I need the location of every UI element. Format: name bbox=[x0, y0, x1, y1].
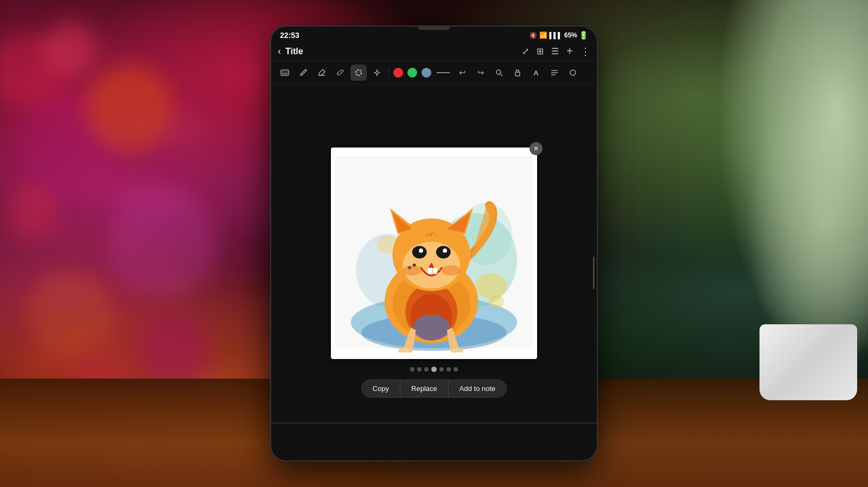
dot-4-active[interactable] bbox=[431, 367, 437, 372]
svg-rect-0 bbox=[281, 70, 289, 75]
svg-point-6 bbox=[356, 70, 361, 75]
redo-button[interactable]: ↪ bbox=[473, 65, 489, 81]
highlighter-tool[interactable] bbox=[314, 65, 330, 81]
app-header: ‹ Title ⤢ ⊞ ☰ + ⋮ bbox=[271, 42, 597, 61]
svg-rect-38 bbox=[433, 268, 437, 274]
dot-6[interactable] bbox=[446, 367, 451, 371]
close-icon: ✕ bbox=[533, 145, 539, 152]
svg-point-42 bbox=[441, 265, 459, 275]
lasso-tool[interactable] bbox=[350, 65, 367, 81]
header-left: ‹ Title bbox=[278, 46, 303, 57]
device-screen: 22:53 🔇 📶 ▌▌▌ 65% 🔋 ‹ Title ⤢ ⊞ ☰ + bbox=[271, 27, 597, 460]
dot-3[interactable] bbox=[424, 367, 429, 371]
list-icon[interactable]: ☰ bbox=[551, 46, 559, 56]
dot-2[interactable] bbox=[417, 367, 422, 371]
keyboard-tool[interactable] bbox=[277, 65, 293, 81]
status-icons: 🔇 📶 ▌▌▌ 65% 🔋 bbox=[529, 31, 588, 40]
plant-pot bbox=[760, 324, 857, 400]
svg-point-13 bbox=[570, 70, 576, 75]
eraser-tool[interactable] bbox=[332, 65, 348, 81]
add-to-note-button[interactable]: Add to note bbox=[449, 380, 507, 397]
tablet-device: 22:53 🔇 📶 ▌▌▌ 65% 🔋 ‹ Title ⤢ ⊞ ☰ + bbox=[271, 27, 597, 460]
shape-tool[interactable] bbox=[565, 65, 581, 81]
close-image-button[interactable]: ✕ bbox=[529, 142, 542, 155]
bokeh-6 bbox=[27, 271, 114, 358]
content-area: ✕ bbox=[271, 85, 597, 460]
svg-point-20 bbox=[476, 273, 507, 299]
battery-indicator: 65% 🔋 bbox=[564, 31, 588, 40]
svg-rect-37 bbox=[428, 268, 432, 274]
svg-point-35 bbox=[443, 248, 447, 253]
wifi-icon: 📶 bbox=[539, 31, 547, 39]
bokeh-9 bbox=[5, 184, 60, 239]
svg-rect-2 bbox=[284, 72, 285, 73]
color-red[interactable] bbox=[393, 68, 403, 78]
text-tool[interactable]: A bbox=[528, 65, 544, 81]
svg-line-8 bbox=[500, 74, 502, 76]
device-hinge bbox=[418, 27, 450, 30]
expand-icon[interactable]: ⤢ bbox=[522, 46, 529, 56]
cat-illustration bbox=[335, 152, 533, 353]
svg-point-34 bbox=[419, 248, 423, 253]
color-green[interactable] bbox=[407, 68, 417, 78]
svg-rect-1 bbox=[282, 72, 283, 73]
magic-tool[interactable] bbox=[369, 65, 385, 81]
scrollbar[interactable] bbox=[593, 257, 595, 289]
dot-1[interactable] bbox=[410, 367, 414, 371]
copy-button[interactable]: Copy bbox=[362, 380, 400, 397]
svg-point-21 bbox=[489, 296, 505, 308]
toolbar-separator-1 bbox=[388, 67, 389, 78]
dash-line[interactable] bbox=[437, 72, 450, 73]
svg-rect-9 bbox=[515, 72, 520, 76]
layout-icon[interactable]: ⊞ bbox=[537, 46, 544, 56]
color-blue[interactable] bbox=[422, 68, 431, 78]
bokeh-5 bbox=[108, 190, 217, 298]
svg-point-41 bbox=[403, 265, 422, 275]
back-button[interactable]: ‹ bbox=[278, 46, 281, 57]
pagination-dots bbox=[410, 367, 458, 372]
toolbar: ↩ ↪ A bbox=[271, 61, 597, 85]
svg-point-27 bbox=[413, 315, 450, 341]
bokeh-10 bbox=[163, 108, 206, 152]
format-tool[interactable] bbox=[546, 65, 563, 81]
replace-button[interactable]: Replace bbox=[400, 380, 449, 397]
pen-tool[interactable] bbox=[295, 65, 311, 81]
bokeh-4 bbox=[87, 65, 174, 152]
battery-percentage: 65% bbox=[564, 31, 577, 39]
search-tool[interactable] bbox=[491, 65, 507, 81]
svg-rect-3 bbox=[286, 72, 288, 73]
plant-decoration bbox=[716, 0, 868, 369]
dot-5[interactable] bbox=[439, 367, 444, 371]
svg-point-32 bbox=[412, 246, 427, 259]
header-right: ⤢ ⊞ ☰ + ⋮ bbox=[522, 45, 590, 57]
svg-rect-4 bbox=[282, 73, 288, 74]
image-card: ✕ bbox=[331, 148, 537, 359]
app-title: Title bbox=[285, 47, 303, 56]
add-icon[interactable]: + bbox=[566, 45, 573, 57]
battery-icon: 🔋 bbox=[579, 31, 588, 40]
svg-point-33 bbox=[436, 246, 451, 259]
volume-icon: 🔇 bbox=[529, 32, 537, 39]
fold-line bbox=[271, 422, 597, 424]
signal-icon: ▌▌▌ bbox=[550, 32, 562, 39]
dot-7[interactable] bbox=[454, 367, 458, 371]
more-icon[interactable]: ⋮ bbox=[580, 46, 590, 57]
action-buttons: Copy Replace Add to note bbox=[361, 380, 507, 398]
bokeh-3 bbox=[43, 22, 98, 76]
undo-button[interactable]: ↩ bbox=[454, 65, 470, 81]
status-time: 22:53 bbox=[280, 31, 299, 40]
lock-tool[interactable] bbox=[509, 65, 526, 81]
svg-point-7 bbox=[496, 70, 501, 74]
